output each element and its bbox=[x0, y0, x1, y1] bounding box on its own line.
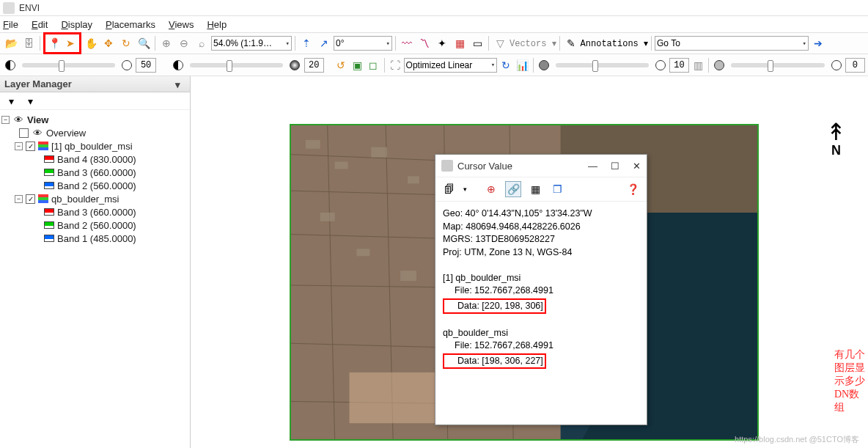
tree-overview-node[interactable]: 👁 Overview bbox=[1, 126, 188, 139]
view-label: View bbox=[27, 114, 48, 125]
sharp-low-icon[interactable] bbox=[536, 57, 551, 73]
trans-low-icon[interactable] bbox=[712, 57, 727, 73]
menu-help[interactable]: Help bbox=[207, 19, 227, 30]
layer-checkbox[interactable]: ✓ bbox=[26, 142, 35, 151]
tree-band-row[interactable]: Band 4 (830.0000) bbox=[1, 153, 188, 166]
transparency-value[interactable]: 0 bbox=[845, 58, 865, 73]
highlighted-tool-group: 📍 ➤ bbox=[43, 32, 81, 54]
contrast-icon[interactable] bbox=[3, 57, 18, 73]
copy-icon[interactable]: 🗐 bbox=[441, 181, 457, 197]
annotations-icon[interactable]: ✎ bbox=[563, 35, 579, 51]
help-icon[interactable]: ❓ bbox=[625, 181, 641, 197]
apply-stretch-icon[interactable]: ↻ bbox=[499, 57, 513, 73]
menu-file[interactable]: File bbox=[3, 19, 18, 30]
tree-band-row[interactable]: Band 3 (660.0000) bbox=[1, 166, 188, 179]
zoom-in-icon[interactable]: ⊕ bbox=[158, 35, 174, 51]
green-band-icon bbox=[44, 169, 54, 176]
band-label: Band 2 (560.0000) bbox=[57, 180, 136, 191]
data-manager-icon[interactable]: 🗄 bbox=[21, 35, 37, 51]
collapse-icon[interactable]: − bbox=[1, 116, 10, 124]
menu-edit[interactable]: Edit bbox=[32, 19, 48, 30]
contrast-slider[interactable] bbox=[190, 63, 283, 67]
crosshair-icon[interactable]: ⊕ bbox=[483, 181, 499, 197]
layer-checkbox[interactable]: ✓ bbox=[26, 194, 35, 204]
tree-band-row[interactable]: Band 3 (660.0000) bbox=[1, 205, 188, 219]
collapse-icon[interactable]: − bbox=[15, 195, 23, 203]
pan-hand-icon[interactable]: ✋ bbox=[83, 35, 99, 51]
separator bbox=[155, 36, 155, 51]
annotations-dropdown[interactable]: Annotations ▾ bbox=[581, 38, 648, 49]
svg-rect-17 bbox=[408, 176, 419, 183]
tree-band-row[interactable]: Band 2 (560.0000) bbox=[1, 179, 188, 192]
north-label: N bbox=[826, 144, 846, 157]
menu-placemarks[interactable]: Placemarks bbox=[106, 19, 155, 30]
scatter-icon[interactable]: ✦ bbox=[434, 35, 450, 51]
zoom-level-dropdown[interactable]: 54.0% (1:1.9… bbox=[211, 36, 292, 51]
stretch-mode-dropdown[interactable]: Optimized Linear bbox=[404, 58, 498, 73]
sharpen-icon[interactable]: ▥ bbox=[691, 57, 705, 73]
sharpen-slider[interactable] bbox=[556, 63, 649, 67]
transparency-slider[interactable] bbox=[731, 63, 824, 67]
north-up-icon[interactable]: ⇡ bbox=[298, 35, 315, 51]
rotate-to-icon[interactable]: ↗ bbox=[316, 35, 332, 51]
tree-band-row[interactable]: Band 1 (485.0000) bbox=[1, 232, 188, 245]
expand-tree-icon[interactable]: ▾ bbox=[22, 93, 38, 109]
grid-icon[interactable]: ▦ bbox=[527, 181, 543, 197]
contrast-end-icon[interactable] bbox=[287, 57, 302, 73]
sharpen-value[interactable]: 10 bbox=[669, 58, 689, 73]
roi-crop1-icon[interactable]: ▣ bbox=[350, 57, 364, 73]
roi-tool-icon[interactable]: ▦ bbox=[452, 35, 468, 51]
fly-icon[interactable]: ✥ bbox=[100, 35, 117, 51]
maximize-icon[interactable]: ☐ bbox=[611, 161, 619, 172]
bright-icon[interactable] bbox=[119, 57, 134, 73]
sharp-high-icon[interactable] bbox=[653, 57, 668, 73]
layer-manager-title: Layer Manager bbox=[4, 78, 72, 89]
zoom-fit-icon[interactable]: ⌕ bbox=[194, 35, 210, 51]
svg-rect-16 bbox=[371, 147, 387, 158]
zoom-tool-icon[interactable]: 🔍 bbox=[136, 35, 152, 51]
cursor-value-dialog[interactable]: Cursor Value — ☐ ✕ 🗐▾ ⊕ 🔗 ▦ ❐ ❓ Geo: 40°… bbox=[435, 154, 647, 425]
minimize-icon[interactable]: — bbox=[588, 161, 597, 172]
vectors-dropdown[interactable]: Vectors ▾ bbox=[510, 38, 556, 49]
goto-input[interactable]: Go To bbox=[655, 36, 809, 51]
pin-tool-icon[interactable]: 📍 bbox=[46, 35, 62, 51]
reset-stretch-icon[interactable]: ↺ bbox=[334, 57, 348, 73]
wave-profile-icon[interactable]: 〰 bbox=[399, 35, 415, 51]
tree-band-row[interactable]: Band 2 (560.0000) bbox=[1, 219, 188, 232]
close-icon[interactable]: ✕ bbox=[633, 161, 641, 172]
menu-display[interactable]: Display bbox=[61, 19, 92, 30]
open-file-icon[interactable]: 📂 bbox=[3, 35, 19, 51]
brightness-slider[interactable] bbox=[22, 63, 115, 67]
map-line: Map: 480694.9468,4428226.6026 bbox=[443, 221, 639, 234]
panel-menu-icon[interactable]: ▾ bbox=[175, 79, 185, 89]
tree-view-node[interactable]: − 👁 View bbox=[1, 113, 188, 126]
band-label: Band 3 (660.0000) bbox=[57, 207, 136, 218]
tree-layer-node[interactable]: − ✓ qb_boulder_msi bbox=[1, 192, 188, 205]
waves-icon[interactable]: 〽 bbox=[416, 35, 433, 51]
layer-name: qb_boulder_msi bbox=[51, 194, 119, 205]
roi-crop2-icon[interactable]: ◻ bbox=[366, 57, 380, 73]
trans-high-icon[interactable] bbox=[829, 57, 844, 73]
dialog-titlebar[interactable]: Cursor Value — ☐ ✕ bbox=[435, 155, 647, 177]
contrast2-icon[interactable] bbox=[171, 57, 185, 73]
overview-checkbox[interactable] bbox=[19, 128, 29, 138]
collapse-icon[interactable]: − bbox=[15, 142, 23, 150]
menu-views[interactable]: Views bbox=[169, 19, 194, 30]
link-icon[interactable]: 🔗 bbox=[505, 181, 521, 197]
contrast-value[interactable]: 20 bbox=[304, 58, 324, 73]
goto-submit-icon[interactable]: ➔ bbox=[810, 35, 826, 51]
collapse-tree-icon[interactable]: ▾ bbox=[3, 93, 19, 109]
vectors-icon[interactable]: ▽ bbox=[492, 35, 508, 51]
rotation-dropdown[interactable]: 0° bbox=[334, 36, 392, 51]
tree-layer-node[interactable]: − ✓ [1] qb_boulder_msi bbox=[1, 139, 188, 153]
band-label: Band 1 (485.0000) bbox=[57, 233, 136, 244]
select-arrow-icon[interactable]: ➤ bbox=[62, 35, 78, 51]
separator bbox=[488, 36, 489, 51]
histogram-icon[interactable]: 📊 bbox=[515, 57, 529, 73]
brightness-value[interactable]: 50 bbox=[136, 58, 155, 73]
windows-icon[interactable]: ❐ bbox=[549, 181, 565, 197]
rotate-icon[interactable]: ↻ bbox=[118, 35, 134, 51]
zoom-out-icon[interactable]: ⊖ bbox=[176, 35, 192, 51]
rect-icon[interactable]: ▭ bbox=[469, 35, 485, 51]
lock-stretch-icon[interactable]: ⛶ bbox=[387, 57, 402, 73]
